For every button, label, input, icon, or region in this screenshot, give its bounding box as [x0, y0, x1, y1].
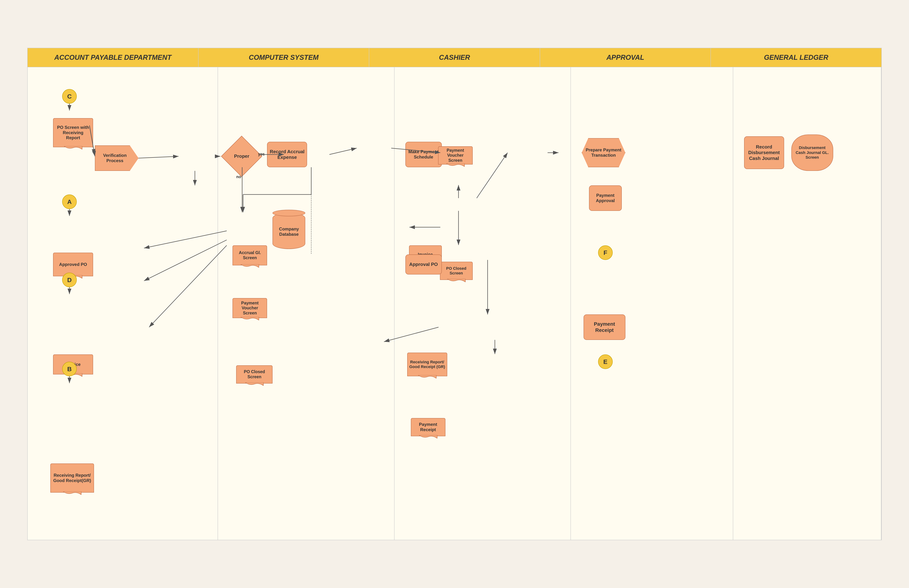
record-accrual: Record Accrual Expense — [267, 142, 307, 167]
receiving-report-ap: Receiving Report/ Good Receipt(GR) — [50, 464, 94, 493]
make-payment-schedule: Make Payment Schedule — [405, 142, 442, 167]
c-connector: C — [62, 89, 77, 103]
diagram-wrapper: ACCOUNT PAYABLE DEPARTMENT COMPUTER SYST… — [27, 48, 882, 540]
payment-receipt-cashier: Payment Receipt — [411, 418, 445, 436]
a-connector: A — [62, 194, 77, 209]
header-col4: APPROVAL — [540, 48, 711, 67]
payment-receipt-approval: Payment Receipt — [584, 315, 625, 340]
lane-gl: Record Disbursement Cash Journal Disburs… — [733, 67, 882, 540]
header-col5: GENERAL LEDGER — [711, 48, 882, 67]
content-row: C PO Screen with Receiving Report A Appr… — [27, 67, 882, 540]
payment-approval: Payment Approval — [589, 186, 622, 211]
header-row: ACCOUNT PAYABLE DEPARTMENT COMPUTER SYST… — [27, 48, 882, 67]
no-label: no — [236, 174, 241, 179]
lane-approval: Prepare Payment Transaction Payment Appr… — [571, 67, 733, 540]
approval-po-cashier: Approval PO — [405, 254, 442, 275]
accrual-gl-screen: Accrual Gl. Screen — [233, 246, 267, 265]
receiving-report-cashier: Receiving Report/ Good Receipt (GR) — [407, 353, 447, 376]
d-connector: D — [62, 273, 77, 287]
approved-po: Approved PO — [53, 253, 93, 276]
yes-label: yes — [258, 152, 265, 157]
header-col2: COMPUTER SYSTEM — [199, 48, 369, 67]
verification-process: Verification Process — [95, 145, 139, 171]
header-col1: ACCOUNT PAYABLE DEPARTMENT — [27, 48, 199, 67]
prepare-payment: Prepare Payment Transaction — [582, 138, 625, 167]
header-col3: CASHIER — [369, 48, 540, 67]
record-disbursement: Record Disbursement Cash Journal — [744, 136, 784, 169]
proper-diamond: Proper — [227, 142, 256, 171]
lane-ap: C PO Screen with Receiving Report A Appr… — [27, 67, 218, 540]
po-screen-receiving: PO Screen with Receiving Report — [53, 118, 93, 147]
e-connector: E — [598, 354, 613, 369]
diamond-label: Proper — [227, 142, 256, 171]
disbursement-gl: Disbursement Cash Journal GL. Screen — [791, 134, 833, 171]
payment-voucher-cashier: Payment Voucher Screen — [438, 146, 473, 165]
f-connector: F — [598, 246, 613, 260]
payment-voucher-screen-cs: Payment Voucher Screen — [233, 298, 267, 318]
po-closed-screen-cs: PO Closed Screen — [236, 365, 273, 383]
lane-cs: Proper yes no Record Accrual Expense Com… — [218, 67, 394, 540]
lane-cashier: Make Payment Schedule Payment Voucher Sc… — [395, 67, 571, 540]
po-closed-cashier: PO Closed Screen — [440, 262, 473, 280]
company-db: Company Database — [273, 213, 305, 249]
b-connector: B — [62, 362, 77, 376]
